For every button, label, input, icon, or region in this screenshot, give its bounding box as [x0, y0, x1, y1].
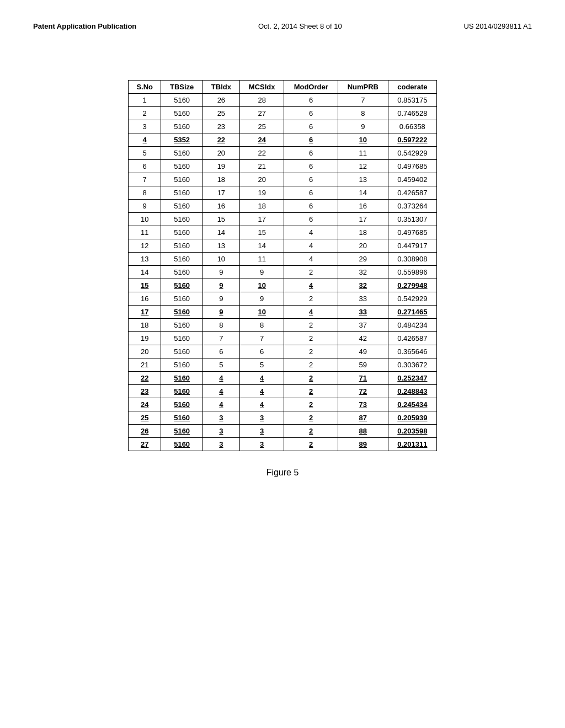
cell-mcsidx: 28	[239, 94, 284, 107]
table-row: 151602628670.853175	[129, 94, 437, 107]
cell-tbsize: 5160	[161, 160, 202, 173]
cell-numprb: 59	[338, 358, 388, 372]
cell-modorder: 6	[284, 173, 338, 186]
cell-coderate: 0.542929	[388, 147, 436, 160]
cell-sno: 5	[129, 147, 161, 160]
cell-tbidx: 15	[202, 213, 239, 226]
cell-numprb: 20	[338, 239, 388, 253]
cell-sno: 3	[129, 120, 161, 133]
table-row: 165160992330.542929	[129, 292, 437, 306]
cell-numprb: 17	[338, 213, 388, 226]
cell-mcsidx: 15	[239, 226, 284, 239]
cell-mcsidx: 3	[239, 411, 284, 425]
cell-tbsize: 5160	[161, 120, 202, 133]
cell-coderate: 0.203598	[388, 425, 436, 438]
cell-tbidx: 17	[202, 186, 239, 200]
cell-tbidx: 25	[202, 107, 239, 120]
cell-sno: 1	[129, 94, 161, 107]
page-header: Patent Application Publication Oct. 2, 2…	[33, 22, 532, 30]
cell-tbsize: 5160	[161, 438, 202, 451]
cell-tbsize: 5160	[161, 398, 202, 411]
cell-modorder: 2	[284, 358, 338, 372]
cell-numprb: 89	[338, 438, 388, 451]
cell-numprb: 87	[338, 411, 388, 425]
cell-tbidx: 8	[202, 319, 239, 332]
cell-mcsidx: 17	[239, 213, 284, 226]
cell-modorder: 6	[284, 107, 338, 120]
cell-sno: 19	[129, 332, 161, 345]
table-row: 11516014154180.497685	[129, 226, 437, 239]
cell-numprb: 18	[338, 226, 388, 239]
cell-coderate: 0.497685	[388, 160, 436, 173]
cell-numprb: 10	[338, 133, 388, 147]
cell-tbidx: 18	[202, 173, 239, 186]
cell-sno: 18	[129, 319, 161, 332]
cell-tbsize: 5160	[161, 147, 202, 160]
cell-coderate: 0.248843	[388, 385, 436, 398]
cell-coderate: 0.201311	[388, 438, 436, 451]
cell-coderate: 0.351307	[388, 213, 436, 226]
table-row: 225160442710.252347	[129, 372, 437, 385]
cell-tbsize: 5160	[161, 319, 202, 332]
cell-modorder: 4	[284, 306, 338, 319]
cell-coderate: 0.497685	[388, 226, 436, 239]
table-row: 5516020226110.542929	[129, 147, 437, 160]
cell-tbidx: 4	[202, 398, 239, 411]
cell-modorder: 2	[284, 385, 338, 398]
cell-mcsidx: 25	[239, 120, 284, 133]
table-row: 215160552590.303672	[129, 358, 437, 372]
cell-mcsidx: 14	[239, 239, 284, 253]
cell-mcsidx: 9	[239, 292, 284, 306]
cell-modorder: 6	[284, 133, 338, 147]
cell-tbsize: 5160	[161, 107, 202, 120]
table-row: 255160332870.205939	[129, 411, 437, 425]
col-header-numprb: NumPRB	[338, 81, 388, 94]
col-header-modorder: ModOrder	[284, 81, 338, 94]
cell-sno: 10	[129, 213, 161, 226]
cell-tbsize: 5160	[161, 332, 202, 345]
cell-tbidx: 9	[202, 306, 239, 319]
cell-tbsize: 5160	[161, 253, 202, 266]
cell-modorder: 2	[284, 372, 338, 385]
cell-sno: 4	[129, 133, 161, 147]
cell-tbsize: 5160	[161, 425, 202, 438]
table-row: 1751609104330.271465	[129, 306, 437, 319]
cell-sno: 13	[129, 253, 161, 266]
cell-tbsize: 5160	[161, 213, 202, 226]
cell-tbsize: 5160	[161, 94, 202, 107]
cell-coderate: 0.542929	[388, 292, 436, 306]
cell-numprb: 14	[338, 186, 388, 200]
cell-modorder: 2	[284, 345, 338, 358]
cell-sno: 16	[129, 292, 161, 306]
cell-numprb: 8	[338, 107, 388, 120]
cell-tbsize: 5160	[161, 358, 202, 372]
cell-tbsize: 5160	[161, 226, 202, 239]
cell-coderate: 0.373264	[388, 200, 436, 213]
cell-numprb: 32	[338, 279, 388, 292]
table-row: 351602325690.66358	[129, 120, 437, 133]
cell-sno: 17	[129, 306, 161, 319]
cell-mcsidx: 10	[239, 306, 284, 319]
cell-modorder: 6	[284, 200, 338, 213]
cell-coderate: 0.459402	[388, 173, 436, 186]
cell-coderate: 0.559896	[388, 266, 436, 279]
cell-mcsidx: 18	[239, 200, 284, 213]
table-row: 10516015176170.351307	[129, 213, 437, 226]
table-row: 7516018206130.459402	[129, 173, 437, 186]
cell-numprb: 71	[338, 372, 388, 385]
cell-coderate: 0.365646	[388, 345, 436, 358]
cell-coderate: 0.426587	[388, 332, 436, 345]
cell-sno: 25	[129, 411, 161, 425]
cell-sno: 14	[129, 266, 161, 279]
cell-modorder: 2	[284, 319, 338, 332]
cell-sno: 22	[129, 372, 161, 385]
cell-mcsidx: 4	[239, 398, 284, 411]
cell-coderate: 0.303672	[388, 358, 436, 372]
col-header-mcsidx: MCSIdx	[239, 81, 284, 94]
cell-sno: 9	[129, 200, 161, 213]
cell-mcsidx: 8	[239, 319, 284, 332]
cell-modorder: 4	[284, 226, 338, 239]
cell-numprb: 88	[338, 425, 388, 438]
cell-tbsize: 5160	[161, 239, 202, 253]
cell-tbsize: 5160	[161, 266, 202, 279]
